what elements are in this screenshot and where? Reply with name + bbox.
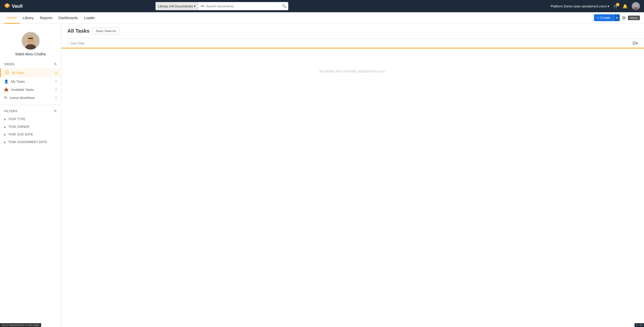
platform-label: Platform Demo (wac-vpmdemo3.com) xyxy=(551,4,606,8)
task-assignment-date-chevron: ▶ xyxy=(4,141,6,144)
library-dropdown-icon: ▾ xyxy=(194,4,196,8)
sidebar: Walid Abou-Chalha VIEWS ✎ All Tasks 0 👤 xyxy=(0,23,61,327)
filter-task-owner[interactable]: ▶ TASK OWNER xyxy=(0,123,61,131)
tab-library[interactable]: Library xyxy=(20,12,37,24)
task-assignment-date-label: TASK ASSIGNMENT DATE xyxy=(8,140,47,144)
save-view-button[interactable]: Save View As xyxy=(92,28,119,34)
search-input-wrap: 👓 🔍 xyxy=(198,4,288,8)
tab-home[interactable]: Home xyxy=(4,12,20,24)
navbar: W Vault Library (All Documents) ▾ 👓 🔍 Pl… xyxy=(0,0,644,12)
brand-logo[interactable]: W Vault xyxy=(4,3,23,10)
brand-name: Vault xyxy=(12,4,23,9)
task-owner-chevron: ▶ xyxy=(4,125,6,128)
user-avatar[interactable] xyxy=(632,2,640,10)
profile-name: Walid Abou-Chalha xyxy=(15,52,46,56)
available-tasks-label: Available Tasks xyxy=(11,88,53,92)
sidebar-item-all-tasks[interactable]: All Tasks 0 xyxy=(0,68,61,77)
tab-dashboards[interactable]: Dashboards xyxy=(55,12,81,24)
status-bar: Go to #admin/home on this page xyxy=(0,323,41,327)
sidebar-item-available-tasks[interactable]: 📥 Available Tasks 0 xyxy=(0,85,61,94)
cart-badge: 0 xyxy=(616,3,619,6)
svg-text:W: W xyxy=(6,4,8,7)
filters-section: FILTERS ✎ ▶ TASK TYPE ▶ TASK OWNER ▶ TAS… xyxy=(0,106,61,147)
sidebar-item-active-workflows[interactable]: ⟳ Active Workflows 0 xyxy=(0,94,61,102)
active-workflows-icon: ⟳ xyxy=(4,96,7,100)
filter-task-type[interactable]: ▶ TASK TYPE xyxy=(0,115,61,123)
platform-selector[interactable]: Platform Demo (wac-vpmdemo3.com) ▾ xyxy=(551,4,609,8)
active-workflows-count: 0 xyxy=(55,96,57,99)
library-label: Library (All Documents) xyxy=(158,4,193,8)
available-tasks-icon: 📥 xyxy=(4,87,8,92)
filter-task-assignment-date[interactable]: ▶ TASK ASSIGNMENT DATE xyxy=(0,138,61,146)
task-due-date-chevron: ▶ xyxy=(4,133,6,136)
my-tasks-icon: 👤 xyxy=(4,79,8,83)
task-owner-label: TASK OWNER xyxy=(8,125,29,129)
page-title: All Tasks xyxy=(67,28,89,34)
views-section: VIEWS ✎ All Tasks 0 👤 My Tasks 0 xyxy=(0,60,61,104)
create-dropdown-button[interactable]: ▾ xyxy=(614,14,620,21)
filters-label: FILTERS xyxy=(4,109,18,113)
profile-avatar xyxy=(21,32,40,50)
search-bar: Library (All Documents) ▾ 👓 🔍 xyxy=(156,2,288,10)
platform-dropdown-icon: ▾ xyxy=(607,4,609,8)
active-workflows-label: Active Workflows xyxy=(10,96,53,100)
tab-loader[interactable]: Loader xyxy=(81,12,98,24)
task-type-chevron: ▶ xyxy=(4,118,6,121)
admin-link[interactable]: Go to #admin/home on this page xyxy=(2,324,39,326)
sidebar-profile: Walid Abou-Chalha xyxy=(0,28,61,60)
empty-state: No tasks are currently assigned to you. xyxy=(61,48,644,94)
sort-bar: ↑ Due Date ☰▾ xyxy=(61,39,644,48)
version-badge: 0 : 00 xyxy=(635,323,644,327)
sidebar-divider xyxy=(0,105,61,105)
sort-due-date[interactable]: ↑ Due Date xyxy=(67,41,85,45)
filter-task-due-date[interactable]: ▶ TASK DUE DATE xyxy=(0,131,61,138)
vault-icon: W xyxy=(4,3,10,10)
cart-button[interactable]: 🛒 0 xyxy=(613,4,618,9)
tabs-right: + Create ▾ ⚙ Admin xyxy=(594,14,640,21)
notification-button[interactable]: 🔔 xyxy=(623,4,628,9)
navbar-right: Platform Demo (wac-vpmdemo3.com) ▾ 🛒 0 🔔 xyxy=(551,2,640,10)
create-button[interactable]: + Create xyxy=(594,14,614,21)
admin-badge: Admin xyxy=(628,16,640,20)
empty-message: No tasks are currently assigned to you. xyxy=(319,69,386,73)
svg-rect-5 xyxy=(634,6,637,7)
task-type-label: TASK TYPE xyxy=(8,117,26,121)
create-btn-wrap: + Create ▾ xyxy=(594,14,620,21)
settings-button[interactable]: ⚙ xyxy=(622,15,626,21)
my-tasks-count: 0 xyxy=(55,80,57,83)
svg-rect-10 xyxy=(28,38,33,39)
sidebar-item-my-tasks[interactable]: 👤 My Tasks 0 xyxy=(0,77,61,85)
task-due-date-label: TASK DUE DATE xyxy=(8,133,33,136)
available-tasks-count: 0 xyxy=(55,88,57,91)
sort-label-text: Due Date xyxy=(71,41,85,45)
search-input[interactable] xyxy=(206,4,280,8)
svg-rect-8 xyxy=(27,40,34,43)
main-layout: Walid Abou-Chalha VIEWS ✎ All Tasks 0 👤 xyxy=(0,23,644,327)
glasses-icon: 👓 xyxy=(200,4,205,8)
content-area: All Tasks Save View As ↑ Due Date ☰▾ No … xyxy=(61,23,644,327)
my-tasks-label: My Tasks xyxy=(11,80,53,83)
tab-reports[interactable]: Reports xyxy=(37,12,55,24)
all-tasks-icon xyxy=(5,70,9,75)
filters-edit-icon[interactable]: ✎ xyxy=(54,109,57,113)
views-edit-icon[interactable]: ✎ xyxy=(54,62,57,66)
view-toggle-button[interactable]: ☰▾ xyxy=(632,41,638,46)
filters-section-header: FILTERS ✎ xyxy=(0,107,61,115)
views-section-header: VIEWS ✎ xyxy=(0,60,61,68)
all-tasks-label: All Tasks xyxy=(11,71,53,75)
tabs-bar: Home Library Reports Dashboards Loader +… xyxy=(0,12,644,23)
search-button[interactable]: 🔍 xyxy=(282,4,286,8)
sort-arrow-icon: ↑ xyxy=(67,41,69,45)
views-label: VIEWS xyxy=(4,62,15,66)
all-tasks-count: 0 xyxy=(55,71,57,75)
library-selector[interactable]: Library (All Documents) ▾ xyxy=(156,2,198,10)
content-header: All Tasks Save View As xyxy=(61,23,644,39)
